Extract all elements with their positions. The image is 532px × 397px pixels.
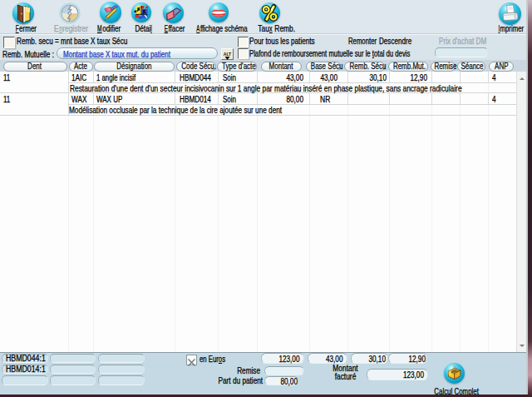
- svg-text:ALT: ALT: [223, 51, 230, 56]
